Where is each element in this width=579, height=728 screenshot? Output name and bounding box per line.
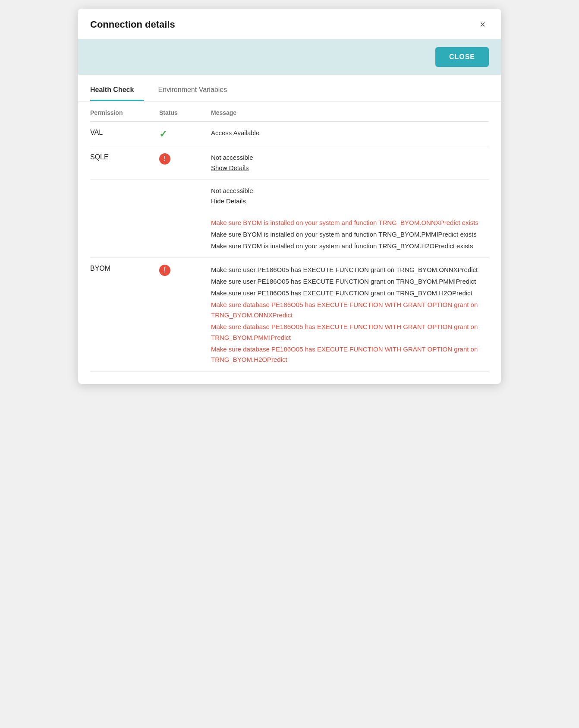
status-empty — [159, 186, 211, 187]
permission-val: VAL — [90, 128, 159, 136]
table-container: Permission Status Message VAL ✓ Access A… — [78, 101, 501, 384]
detail-line: Make sure user PE186O05 has EXECUTE FUNC… — [211, 276, 489, 287]
permission-byom: BYOM — [90, 264, 159, 272]
status-sqle: ! — [159, 152, 211, 165]
hide-details-link[interactable]: Hide Details — [211, 197, 246, 205]
detail-line: Make sure BYOM is installed on your syst… — [211, 241, 489, 252]
top-bar: CLOSE — [78, 39, 501, 75]
close-x-button[interactable]: × — [476, 18, 489, 31]
tab-environment-variables[interactable]: Environment Variables — [158, 78, 237, 101]
message-sqle: Not accessible Show Details — [211, 152, 489, 173]
modal-header: Connection details × — [78, 9, 501, 39]
header-status: Status — [159, 109, 211, 116]
detail-line: Make sure BYOM is installed on your syst… — [211, 229, 489, 240]
table-row: SQLE ! Not accessible Show Details — [90, 146, 489, 180]
detail-line: Make sure database PE186O05 has EXECUTE … — [211, 344, 489, 366]
not-accessible-text-2: Not accessible — [211, 186, 489, 196]
message-sqle-expanded: Not accessible Hide Details Make sure BY… — [211, 186, 489, 251]
status-byom: ! — [159, 264, 211, 276]
table-row: Not accessible Hide Details Make sure BY… — [90, 180, 489, 258]
connection-details-modal: Connection details × CLOSE Health Check … — [78, 9, 501, 384]
message-val: Access Available — [211, 128, 489, 138]
message-byom: Make sure user PE186O05 has EXECUTE FUNC… — [211, 264, 489, 365]
table-row: VAL ✓ Access Available — [90, 122, 489, 146]
tab-health-check[interactable]: Health Check — [90, 78, 144, 101]
modal-title: Connection details — [90, 19, 175, 30]
error-icon: ! — [159, 265, 170, 276]
detail-line: Make sure user PE186O05 has EXECUTE FUNC… — [211, 288, 489, 299]
permission-sqle: SQLE — [90, 152, 159, 161]
check-icon: ✓ — [159, 129, 167, 140]
not-accessible-text: Not accessible — [211, 152, 489, 163]
status-val: ✓ — [159, 128, 211, 140]
detail-line: Make sure database PE186O05 has EXECUTE … — [211, 300, 489, 321]
error-icon: ! — [159, 153, 170, 165]
show-details-link[interactable]: Show Details — [211, 164, 249, 171]
header-permission: Permission — [90, 109, 159, 116]
close-button[interactable]: CLOSE — [435, 47, 489, 67]
permission-empty — [90, 186, 159, 187]
header-message: Message — [211, 109, 489, 116]
message-text: Access Available — [211, 128, 489, 138]
table-row: BYOM ! Make sure user PE186O05 has EXECU… — [90, 258, 489, 372]
table-header: Permission Status Message — [90, 101, 489, 122]
detail-line: Make sure database PE186O05 has EXECUTE … — [211, 322, 489, 343]
tabs: Health Check Environment Variables — [78, 78, 501, 101]
detail-line: Make sure user PE186O05 has EXECUTE FUNC… — [211, 265, 489, 275]
detail-line: Make sure BYOM is installed on your syst… — [211, 218, 489, 228]
